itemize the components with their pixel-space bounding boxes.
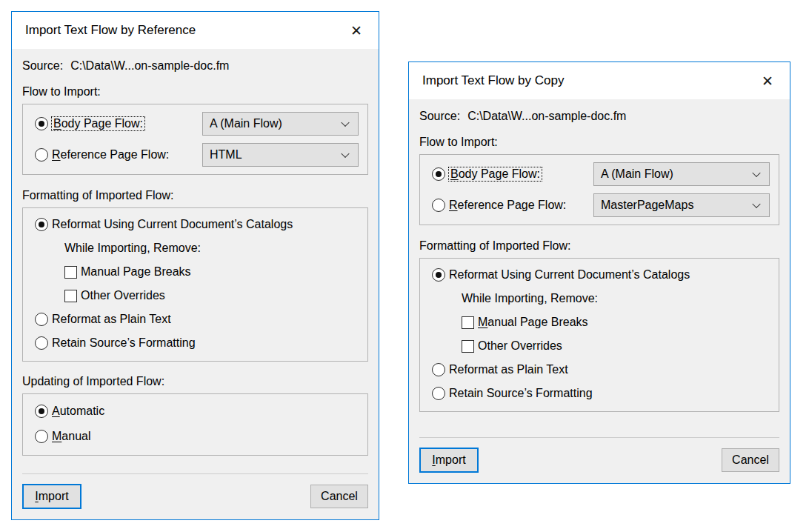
reformat-plain-label[interactable]: Reformat as Plain Text bbox=[449, 363, 568, 376]
reference-page-flow-radio[interactable] bbox=[432, 199, 445, 212]
button-row: Import Cancel bbox=[22, 473, 368, 509]
chevron-down-icon bbox=[752, 200, 760, 208]
automatic-row: Automatic bbox=[35, 405, 359, 418]
retain-source-label[interactable]: Retain Source’s Formatting bbox=[449, 387, 593, 400]
manual-row: Manual bbox=[35, 430, 359, 443]
automatic-radio[interactable] bbox=[35, 405, 48, 418]
reformat-catalogs-row: Reformat Using Current Document’s Catalo… bbox=[35, 218, 359, 231]
import-button[interactable]: Import bbox=[22, 484, 81, 509]
body-page-flow-radio[interactable] bbox=[35, 117, 48, 130]
updating-section-label: Updating of Imported Flow: bbox=[22, 375, 368, 388]
reformat-plain-label[interactable]: Reformat as Plain Text bbox=[52, 313, 171, 326]
other-overrides-label[interactable]: Other Overrides bbox=[81, 289, 165, 302]
reference-flow-row: Reference Page Flow: HTML bbox=[35, 143, 359, 167]
body-flow-row: Body Page Flow: A (Main Flow) bbox=[432, 162, 770, 186]
body-flow-row: Body Page Flow: A (Main Flow) bbox=[35, 112, 359, 136]
manual-page-breaks-checkbox[interactable] bbox=[462, 316, 474, 329]
formatting-section-label: Formatting of Imported Flow: bbox=[419, 239, 779, 253]
chevron-down-icon bbox=[341, 119, 349, 127]
dialog-content: Source: C:\Data\W...on-sample-doc.fm Flo… bbox=[12, 49, 379, 519]
updating-group: Automatic Manual bbox=[22, 393, 368, 456]
manual-page-breaks-label[interactable]: Manual Page Breaks bbox=[81, 265, 191, 279]
reformat-plain-row: Reformat as Plain Text bbox=[432, 363, 770, 376]
source-label: Source: bbox=[22, 59, 63, 73]
retain-source-row: Retain Source’s Formatting bbox=[35, 336, 359, 350]
other-overrides-row: Other Overrides bbox=[462, 339, 770, 353]
titlebar[interactable]: Import Text Flow by Reference ✕ bbox=[12, 12, 379, 49]
manual-page-breaks-row: Manual Page Breaks bbox=[462, 316, 770, 329]
close-icon[interactable]: ✕ bbox=[757, 70, 778, 91]
reference-flow-select[interactable]: HTML bbox=[202, 143, 359, 167]
source-path: C:\Data\W...on-sample-doc.fm bbox=[70, 59, 229, 73]
formatting-group: Reformat Using Current Document’s Catalo… bbox=[22, 207, 368, 362]
reformat-catalogs-label[interactable]: Reformat Using Current Document’s Catalo… bbox=[449, 268, 690, 282]
body-flow-select[interactable]: A (Main Flow) bbox=[593, 162, 770, 186]
source-path: C:\Data\W...on-sample-doc.fm bbox=[467, 110, 626, 123]
body-flow-select[interactable]: A (Main Flow) bbox=[202, 112, 359, 136]
reference-flow-row: Reference Page Flow: MasterPageMaps bbox=[432, 193, 770, 217]
source-row: Source: C:\Data\W...on-sample-doc.fm bbox=[22, 49, 368, 73]
reference-page-flow-label[interactable]: Reference Page Flow: bbox=[52, 148, 169, 162]
import-by-copy-dialog: Import Text Flow by Copy ✕ Source: C:\Da… bbox=[408, 61, 790, 484]
titlebar[interactable]: Import Text Flow by Copy ✕ bbox=[409, 62, 790, 99]
reference-flow-select[interactable]: MasterPageMaps bbox=[593, 193, 770, 217]
import-by-reference-dialog: Import Text Flow by Reference ✕ Source: … bbox=[11, 11, 379, 520]
other-overrides-checkbox[interactable] bbox=[64, 290, 77, 302]
source-row: Source: C:\Data\W...on-sample-doc.fm bbox=[419, 99, 779, 123]
reformat-plain-radio[interactable] bbox=[432, 363, 445, 376]
dialog-title: Import Text Flow by Reference bbox=[25, 23, 196, 38]
import-button[interactable]: Import bbox=[419, 448, 479, 473]
chevron-down-icon bbox=[341, 150, 349, 158]
flow-section-label: Flow to Import: bbox=[419, 136, 779, 149]
flow-section-label: Flow to Import: bbox=[22, 85, 368, 99]
body-page-flow-radio[interactable] bbox=[432, 167, 445, 181]
manual-label[interactable]: Manual bbox=[52, 430, 90, 443]
while-importing-label: While Importing, Remove: bbox=[462, 292, 770, 305]
dialog-content: Source: C:\Data\W...on-sample-doc.fm Flo… bbox=[409, 99, 790, 483]
retain-source-radio[interactable] bbox=[35, 336, 48, 350]
reformat-plain-row: Reformat as Plain Text bbox=[35, 313, 359, 326]
other-overrides-checkbox[interactable] bbox=[462, 340, 474, 353]
reference-flow-selected-value: MasterPageMaps bbox=[601, 199, 693, 212]
flow-to-import-group: Body Page Flow: A (Main Flow) Reference … bbox=[22, 104, 368, 175]
body-page-flow-label[interactable]: Body Page Flow: bbox=[449, 167, 542, 181]
manual-page-breaks-label[interactable]: Manual Page Breaks bbox=[478, 316, 588, 329]
close-icon[interactable]: ✕ bbox=[346, 20, 367, 41]
dialog-title: Import Text Flow by Copy bbox=[422, 73, 564, 88]
manual-page-breaks-checkbox[interactable] bbox=[64, 266, 77, 279]
while-importing-label: While Importing, Remove: bbox=[64, 242, 359, 255]
source-label: Source: bbox=[419, 110, 460, 123]
manual-radio[interactable] bbox=[35, 430, 48, 443]
automatic-label[interactable]: Automatic bbox=[52, 405, 104, 418]
body-page-flow-label[interactable]: Body Page Flow: bbox=[52, 117, 144, 130]
formatting-group: Reformat Using Current Document’s Catalo… bbox=[419, 258, 779, 412]
reference-flow-selected-value: HTML bbox=[210, 148, 242, 162]
retain-source-row: Retain Source’s Formatting bbox=[432, 387, 770, 400]
manual-page-breaks-row: Manual Page Breaks bbox=[64, 265, 359, 279]
reformat-catalogs-radio[interactable] bbox=[35, 218, 48, 231]
chevron-down-icon bbox=[752, 169, 760, 177]
reformat-catalogs-row: Reformat Using Current Document’s Catalo… bbox=[432, 268, 770, 282]
body-flow-selected-value: A (Main Flow) bbox=[210, 117, 282, 130]
reformat-catalogs-radio[interactable] bbox=[432, 268, 445, 282]
other-overrides-row: Other Overrides bbox=[64, 289, 359, 302]
reformat-catalogs-label[interactable]: Reformat Using Current Document’s Catalo… bbox=[52, 218, 293, 231]
reference-page-flow-label[interactable]: Reference Page Flow: bbox=[449, 199, 566, 212]
cancel-button[interactable]: Cancel bbox=[722, 448, 779, 472]
button-row: Import Cancel bbox=[419, 437, 779, 473]
other-overrides-label[interactable]: Other Overrides bbox=[478, 339, 562, 353]
cancel-button[interactable]: Cancel bbox=[310, 485, 368, 508]
reformat-plain-radio[interactable] bbox=[35, 313, 48, 326]
retain-source-radio[interactable] bbox=[432, 387, 445, 400]
formatting-section-label: Formatting of Imported Flow: bbox=[22, 189, 368, 202]
retain-source-label[interactable]: Retain Source’s Formatting bbox=[52, 336, 196, 350]
reference-page-flow-radio[interactable] bbox=[35, 148, 48, 162]
body-flow-selected-value: A (Main Flow) bbox=[601, 167, 673, 181]
flow-to-import-group: Body Page Flow: A (Main Flow) Reference … bbox=[419, 154, 779, 225]
